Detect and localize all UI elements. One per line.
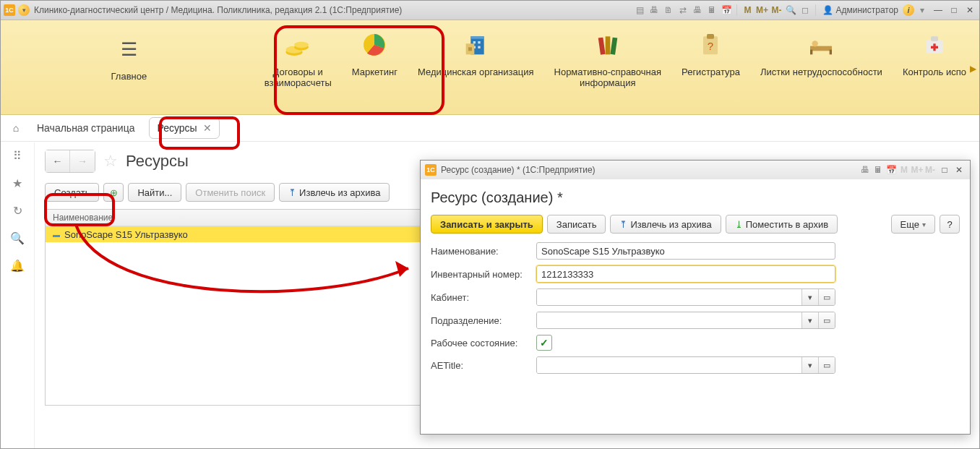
toolbar-m-button[interactable]: M [741, 4, 754, 17]
dialog-calendar-icon[interactable]: 📅 [885, 163, 898, 176]
cabinet-dropdown-icon[interactable]: ▾ [801, 289, 818, 305]
aetitle-ref-input[interactable]: ▾ ▭ [536, 356, 835, 374]
aetitle-dropdown-icon[interactable]: ▾ [801, 357, 818, 373]
aetitle-input[interactable] [537, 357, 801, 373]
dept-open-icon[interactable]: ▭ [818, 312, 835, 328]
dialog-extract-label: Извлечь из архива [630, 219, 711, 230]
section-registry[interactable]: ? Регистратура [671, 25, 750, 80]
working-checkbox[interactable]: ✓ [536, 335, 552, 351]
coins-icon [280, 27, 315, 62]
cabinet-ref-input[interactable]: ▾ ▭ [536, 288, 835, 306]
toolbar-calc-icon[interactable]: 🖩 [705, 4, 718, 17]
rail-history-icon[interactable]: ↻ [10, 203, 25, 218]
cabinet-open-icon[interactable]: ▭ [818, 289, 835, 305]
section-reference[interactable]: Нормативно-справочная информация [544, 25, 672, 91]
dialog-titlebar: 1C Ресурс (создание) * (1С:Предприятие) … [421, 161, 970, 179]
rail-bell-icon[interactable]: 🔔 [10, 258, 25, 273]
section-marketing-label: Маркетинг [352, 67, 397, 77]
toolbar-print2-icon[interactable]: 🖶 [691, 4, 704, 17]
window-minimize-button[interactable]: — [932, 4, 945, 16]
toolbar-window-icon[interactable]: ◻ [799, 4, 812, 17]
section-control-label: Контроль испо [903, 67, 966, 77]
section-panel: ☰ Главное Договоры и взаиморасчеты Марке… [1, 20, 979, 115]
rail-search-icon[interactable]: 🔍 [10, 231, 25, 245]
section-sickleave[interactable]: Листки нетрудоспособности [750, 25, 893, 80]
firstaid-icon [917, 27, 952, 62]
dialog-close-button[interactable]: ✕ [953, 164, 966, 176]
dept-input[interactable] [537, 312, 801, 328]
extract-icon: ⤒ [288, 187, 296, 198]
cabinet-input[interactable] [537, 289, 801, 305]
toolbar-compare-icon[interactable]: ⇄ [676, 4, 689, 17]
rail-grid-icon[interactable]: ⠿ [10, 148, 25, 163]
section-main[interactable]: ☰ Главное [4, 25, 254, 89]
create-folder-button[interactable]: ⊕ [103, 183, 124, 202]
rail-star-icon[interactable]: ★ [10, 176, 25, 190]
help-button[interactable]: ? [940, 215, 960, 234]
svg-point-20 [812, 40, 818, 46]
dialog-calc-icon[interactable]: 🖩 [872, 163, 885, 176]
section-main-label: Главное [111, 71, 147, 82]
toolbar-calendar-icon[interactable]: 📅 [720, 4, 733, 17]
favorite-star-icon[interactable]: ☆ [101, 152, 120, 171]
home-icon[interactable]: ⌂ [8, 120, 24, 136]
tab-resources[interactable]: Ресурсы ✕ [149, 117, 219, 139]
more-button[interactable]: Еще [891, 215, 935, 234]
dialog-maximize-button[interactable]: □ [938, 164, 951, 176]
section-marketing[interactable]: Маркетинг [342, 25, 408, 80]
clipboard-icon: ? [693, 27, 728, 62]
find-button[interactable]: Найти... [128, 183, 181, 202]
svg-rect-26 [931, 46, 938, 48]
dialog-mminus-button[interactable]: M- [924, 163, 937, 176]
archive-icon: ⤓ [735, 219, 743, 230]
window-close-button[interactable]: ✕ [963, 4, 976, 16]
name-input[interactable] [536, 242, 835, 260]
dialog-print-icon[interactable]: 🖶 [859, 163, 872, 176]
cancel-search-button[interactable]: Отменить поиск [186, 183, 275, 202]
toolbar-separator [736, 4, 737, 16]
svg-point-3 [294, 42, 309, 48]
aetitle-open-icon[interactable]: ▭ [818, 357, 835, 373]
dialog-m-button[interactable]: M [898, 163, 911, 176]
tab-close-icon[interactable]: ✕ [203, 122, 212, 134]
toolbar-doc-icon[interactable]: 🗎 [662, 4, 675, 17]
row-name: SonoScape S15 Ультразвуко [64, 229, 188, 240]
save-close-button[interactable]: Записать и закрыть [431, 215, 543, 234]
nav-forward-button[interactable]: → [70, 150, 95, 172]
section-contracts[interactable]: Договоры и взаиморасчеты [254, 25, 342, 91]
section-control[interactable]: Контроль испо [893, 25, 976, 80]
info-dropdown-icon[interactable]: ▾ [916, 4, 929, 17]
user-indicator[interactable]: 👤 Администратор [822, 5, 898, 15]
svg-rect-24 [931, 36, 938, 41]
dialog-logo-icon: 1C [425, 164, 437, 176]
nav-back-button[interactable]: ← [46, 150, 70, 172]
toolbar-zoom-icon[interactable]: 🔍 [784, 4, 797, 17]
svg-rect-22 [830, 50, 832, 55]
section-medorg[interactable]: Медицинская организация [408, 25, 544, 80]
inv-label: Инвентарный номер: [431, 269, 536, 280]
dialog-mplus-button[interactable]: M+ [911, 163, 924, 176]
toolbar-mminus-button[interactable]: M- [770, 4, 783, 17]
section-contracts-label: Договоры и взаиморасчеты [265, 67, 332, 88]
create-button[interactable]: Создать [45, 183, 99, 202]
svg-rect-21 [810, 50, 812, 55]
toolbar-print-icon[interactable]: 🖶 [648, 4, 661, 17]
folder-plus-icon: ⊕ [110, 187, 118, 198]
section-medorg-label: Медицинская организация [418, 67, 534, 77]
toolbar-mplus-button[interactable]: M+ [755, 4, 768, 17]
tab-home[interactable]: Начальная страница [30, 122, 142, 134]
dialog-extract-button[interactable]: ⤒ Извлечь из архива [610, 215, 721, 234]
extract-archive-button[interactable]: ⤒ Извлечь из архива [279, 183, 390, 202]
save-button[interactable]: Записать [547, 215, 606, 234]
section-scroll-right-icon[interactable]: ▶ [970, 64, 976, 74]
inventory-input[interactable] [536, 265, 835, 283]
window-maximize-button[interactable]: □ [947, 4, 960, 16]
toolbar-save-icon[interactable]: ▤ [633, 4, 646, 17]
toolbar-separator [815, 4, 816, 16]
app-menu-dropdown-icon[interactable] [18, 4, 30, 16]
info-icon[interactable]: i [903, 4, 914, 16]
dialog-archive-button[interactable]: ⤓ Поместить в архив [726, 215, 838, 234]
dept-dropdown-icon[interactable]: ▾ [801, 312, 818, 328]
dept-ref-input[interactable]: ▾ ▭ [536, 312, 835, 329]
svg-rect-10 [478, 46, 481, 48]
